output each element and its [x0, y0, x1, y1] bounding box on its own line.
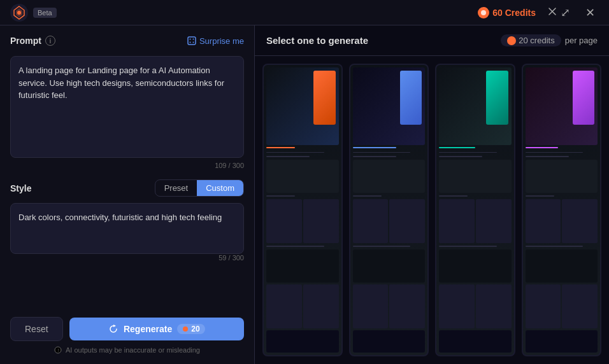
svg-point-9	[192, 39, 194, 40]
thumbnail-card-4[interactable]	[522, 64, 602, 356]
mini-hero-2	[353, 67, 426, 145]
mini-hero-1	[266, 67, 339, 145]
svg-point-6	[189, 39, 190, 40]
thumb-content-1	[264, 65, 341, 355]
style-toggle-group: Preset Custom	[155, 179, 244, 197]
credits-total-display: 60 Credits	[478, 7, 536, 18]
style-char-count: 59 / 300	[10, 254, 244, 262]
warning-icon: !	[54, 346, 62, 354]
regenerate-icon	[108, 324, 118, 334]
mini-hero-3	[439, 67, 512, 145]
prompt-label: Prompt i	[10, 36, 55, 46]
mini-hero-4	[526, 67, 598, 145]
thumb-content-4	[523, 65, 601, 355]
action-row: Reset Regenerate 20	[10, 317, 244, 341]
reset-button[interactable]: Reset	[10, 317, 63, 341]
thumbnails-grid	[255, 56, 609, 364]
disclaimer: ! AI outputs may be inaccurate or mislea…	[10, 346, 244, 354]
prompt-info-icon[interactable]: i	[45, 36, 55, 46]
style-header: Style Preset Custom	[10, 179, 244, 197]
right-panel: Select one to generate 20 credits per pa…	[255, 25, 609, 364]
left-panel: Prompt i Surprise me A landing page for …	[0, 25, 255, 364]
regen-credits-badge: 20	[177, 324, 204, 334]
prompt-header: Prompt i Surprise me	[10, 36, 244, 46]
bottom-actions: Reset Regenerate 20	[10, 317, 244, 354]
svg-point-10	[183, 326, 188, 332]
dice-icon	[187, 36, 196, 45]
svg-rect-5	[188, 37, 196, 45]
thumb-content-3	[436, 65, 514, 355]
right-panel-title: Select one to generate	[266, 35, 368, 46]
credit-badge: 20 credits	[501, 34, 561, 46]
thumb-content-2	[350, 65, 428, 355]
svg-point-7	[192, 42, 194, 43]
regenerate-button[interactable]: Regenerate 20	[69, 318, 244, 340]
preset-button[interactable]: Preset	[155, 180, 197, 196]
custom-button[interactable]: Custom	[197, 180, 243, 196]
app-logo-icon	[10, 4, 28, 22]
header-left: Beta	[10, 4, 57, 22]
thumbnail-card-1[interactable]	[262, 64, 343, 356]
style-label: Style	[10, 183, 31, 193]
minimize-button[interactable]: ⤢	[543, 4, 574, 21]
svg-point-8	[189, 42, 190, 43]
right-header: Select one to generate 20 credits per pa…	[255, 25, 609, 56]
credits-icon	[478, 7, 489, 18]
credit-icon-small	[182, 326, 189, 332]
style-input[interactable]: Dark colors, connectivity, futuristic an…	[10, 203, 244, 254]
style-section: Style Preset Custom Dark colors, connect…	[10, 179, 244, 262]
svg-point-4	[481, 10, 486, 15]
surprise-me-button[interactable]: Surprise me	[187, 36, 244, 46]
svg-point-3	[17, 11, 21, 15]
thumbnail-card-2[interactable]	[349, 64, 429, 356]
prompt-char-count: 109 / 300	[10, 162, 244, 169]
app-header: Beta 60 Credits ⤢ ✕	[0, 0, 609, 25]
credit-dot-icon	[507, 36, 516, 45]
header-right: 60 Credits ⤢ ✕	[478, 4, 599, 21]
prompt-input[interactable]: A landing page for Landing page for a AI…	[10, 56, 244, 158]
thumbnail-card-3[interactable]	[435, 64, 515, 356]
beta-badge: Beta	[33, 8, 57, 18]
svg-text:!: !	[58, 348, 59, 353]
right-credits-info: 20 credits per page	[501, 34, 598, 46]
close-button[interactable]: ✕	[582, 4, 599, 21]
main-layout: Prompt i Surprise me A landing page for …	[0, 25, 609, 364]
